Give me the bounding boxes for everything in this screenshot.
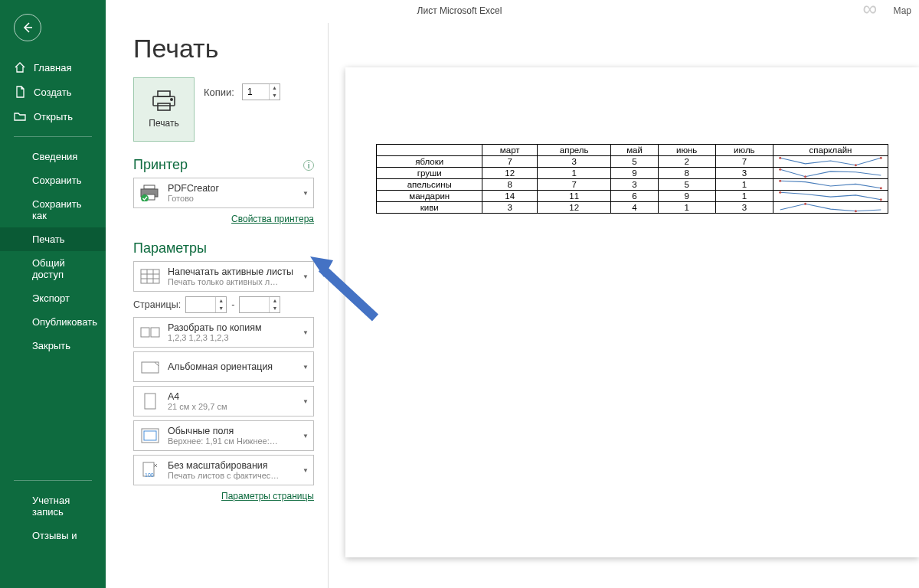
copies-label: Копии: — [204, 87, 234, 98]
svg-rect-8 — [141, 270, 159, 283]
nav-saveas[interactable]: Сохранить как — [0, 192, 106, 227]
nav-new[interactable]: Создать — [0, 80, 106, 104]
nav-close[interactable]: Закрыть — [0, 334, 106, 358]
nav-export[interactable]: Экспорт — [0, 286, 106, 310]
chevron-down-icon: ▼ — [303, 364, 309, 371]
nav-open[interactable]: Открыть — [0, 104, 106, 129]
page-from-spinner[interactable]: ▲▼ — [185, 296, 227, 313]
svg-text:100: 100 — [145, 472, 154, 478]
svg-point-27 — [880, 187, 882, 189]
window-title: Лист Microsoft Excel — [417, 5, 502, 16]
chevron-down-icon: ▼ — [303, 329, 309, 336]
print-button[interactable]: Печать — [133, 77, 195, 142]
nav-save[interactable]: Сохранить — [0, 168, 106, 192]
table-row: яблоки73527 — [377, 156, 888, 168]
chevron-down-icon: ▼ — [303, 273, 309, 280]
back-button[interactable] — [14, 14, 41, 41]
paper-dropdown[interactable]: A4 21 см x 29,7 см ▼ — [133, 386, 314, 416]
svg-rect-16 — [145, 394, 155, 409]
margins-dropdown[interactable]: Обычные поля Верхнее: 1,91 см Нижнее:… ▼ — [133, 420, 314, 451]
scaling-dropdown[interactable]: 100 Без масштабирования Печать листов с … — [133, 455, 314, 485]
collate-icon — [139, 323, 162, 341]
settings-section-title: Параметры — [133, 240, 207, 256]
nav-feedback[interactable]: Отзывы и — [0, 524, 106, 547]
svg-rect-0 — [158, 91, 170, 96]
print-preview: мартапрельмайиюньиюльспарклайн яблоки735… — [328, 23, 919, 588]
copies-spinner[interactable]: ▲▼ — [242, 83, 280, 100]
spinner-up[interactable]: ▲ — [270, 84, 280, 92]
chevron-down-icon: ▼ — [303, 467, 309, 474]
table-row: груши121983 — [377, 168, 888, 179]
nav-publish[interactable]: Опубликовать — [0, 310, 106, 334]
svg-point-3 — [171, 99, 172, 100]
table-row: киви312413 — [377, 202, 888, 214]
svg-rect-18 — [144, 431, 156, 440]
svg-rect-1 — [153, 96, 175, 106]
nav-print[interactable]: Печать — [0, 227, 106, 251]
user-label: Мар — [894, 5, 911, 16]
svg-point-21 — [779, 157, 781, 159]
nav-info[interactable]: Сведения — [0, 145, 106, 168]
svg-point-31 — [855, 210, 857, 212]
printer-section-title: Принтер — [133, 157, 188, 173]
svg-point-28 — [779, 191, 781, 194]
printer-icon — [139, 184, 162, 202]
print-what-dropdown[interactable]: Напечатать активные листы Печать только … — [133, 261, 314, 292]
sheets-icon — [139, 267, 162, 286]
nav-home[interactable]: Главная — [0, 55, 106, 80]
backstage-sidebar: Главная Создать Открыть Сведения Сохрани… — [0, 0, 106, 588]
table-row: апельсины87351 — [377, 179, 888, 191]
svg-point-22 — [855, 164, 857, 166]
orientation-dropdown[interactable]: Альбомная ориентация ▼ — [133, 351, 314, 382]
svg-point-23 — [880, 157, 882, 159]
margins-icon — [139, 426, 162, 445]
copies-input[interactable] — [243, 87, 267, 97]
svg-point-29 — [880, 198, 882, 201]
chevron-down-icon: ▼ — [303, 398, 309, 405]
data-table: мартапрельмайиюньиюльспарклайн яблоки735… — [376, 144, 888, 214]
svg-rect-13 — [141, 328, 149, 337]
chevron-down-icon: ▼ — [303, 433, 309, 439]
landscape-icon — [139, 358, 162, 376]
collate-dropdown[interactable]: Разобрать по копиям 1,2,3 1,2,3 1,2,3 ▼ — [133, 317, 314, 348]
preview-page: мартапрельмайиюньиюльспарклайн яблоки735… — [345, 67, 919, 557]
scale-icon: 100 — [139, 461, 162, 479]
pages-label: Страницы: — [133, 299, 181, 310]
svg-point-24 — [779, 168, 781, 171]
printer-dropdown[interactable]: PDFCreator Готово ▼ — [133, 178, 314, 208]
page-setup-link[interactable]: Параметры страницы — [221, 491, 314, 501]
page-icon — [139, 392, 162, 410]
page-to-spinner[interactable]: ▲▼ — [239, 296, 280, 313]
table-row: мандарин1411691 — [377, 191, 888, 202]
svg-point-30 — [804, 203, 806, 205]
ribbon-decoration: ∞ — [862, 0, 877, 21]
svg-rect-4 — [144, 185, 155, 189]
nav-share[interactable]: Общий доступ — [0, 251, 106, 286]
printer-properties-link[interactable]: Свойства принтера — [231, 214, 314, 224]
chevron-down-icon: ▼ — [303, 190, 309, 197]
page-title: Печать — [133, 34, 314, 64]
svg-point-25 — [804, 175, 806, 178]
spinner-down[interactable]: ▼ — [270, 92, 280, 100]
svg-point-26 — [779, 180, 781, 182]
info-icon[interactable]: i — [303, 160, 314, 171]
svg-rect-14 — [151, 328, 159, 337]
svg-rect-2 — [158, 103, 170, 110]
nav-account[interactable]: Учетная запись — [0, 488, 106, 524]
